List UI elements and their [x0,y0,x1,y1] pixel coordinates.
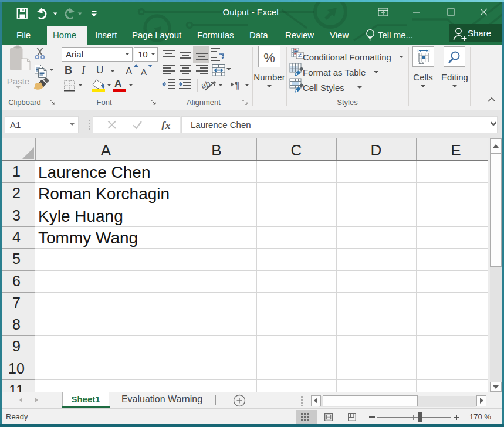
svg-text:fx: fx [161,120,171,130]
svg-text:¶: ¶ [235,80,240,90]
